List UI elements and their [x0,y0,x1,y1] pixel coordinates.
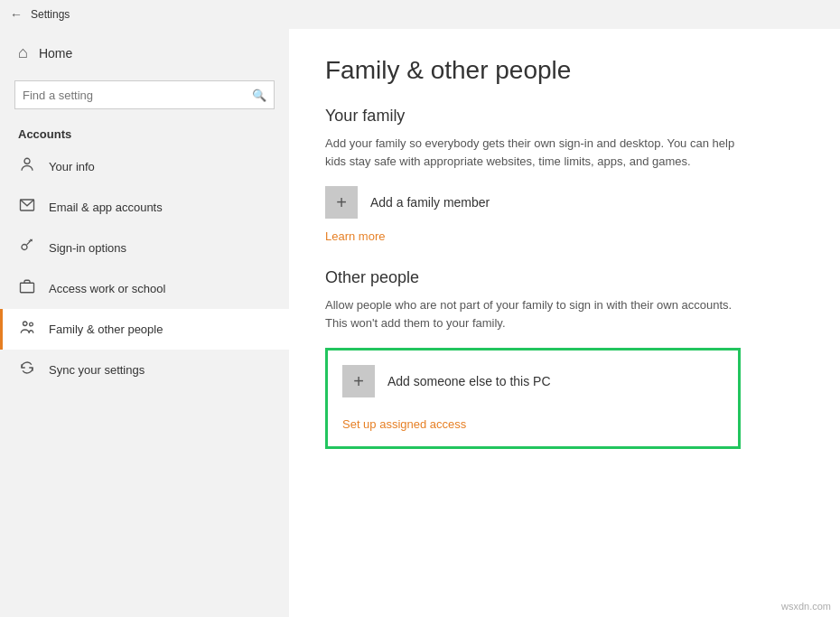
highlighted-box: + Add someone else to this PC Set up ass… [325,348,741,449]
sidebar-item-access-work[interactable]: Access work or school [0,268,289,309]
sync-label: Sync your settings [49,363,145,377]
sidebar-item-family[interactable]: Family & other people [0,309,289,350]
sidebar-item-email-app[interactable]: Email & app accounts [0,187,289,228]
sidebar-item-sync[interactable]: Sync your settings [0,350,289,390]
svg-point-0 [24,158,30,164]
your-info-label: Your info [49,160,95,173]
app-body: ⌂ Home 🔍 Accounts Your info Email & app … [0,29,840,617]
svg-point-2 [22,245,27,250]
briefcase-icon [18,278,36,299]
svg-point-5 [30,323,33,326]
svg-rect-3 [21,283,34,293]
your-family-title: Your family [325,107,804,126]
add-family-plus-icon: + [325,186,358,219]
search-box-wrap: 🔍 [0,77,289,120]
add-family-member-button[interactable]: + Add a family member [325,186,804,219]
add-someone-label: Add someone else to this PC [387,374,551,388]
learn-more-link[interactable]: Learn more [325,229,385,243]
your-family-description: Add your family so everybody gets their … [325,135,741,170]
watermark: wsxdn.com [781,601,831,612]
main-panel: Family & other people Your family Add yo… [289,29,840,617]
family-icon [18,319,36,340]
other-people-title: Other people [325,268,804,287]
search-box[interactable]: 🔍 [14,80,275,109]
back-button[interactable]: ← [9,7,23,22]
sign-in-label: Sign-in options [49,241,126,255]
other-people-description: Allow people who are not part of your fa… [325,296,741,332]
page-title: Family & other people [325,56,804,85]
search-input[interactable] [23,89,247,102]
email-app-label: Email & app accounts [49,201,163,214]
title-bar-text: Settings [31,8,70,21]
add-family-label: Add a family member [370,195,490,210]
svg-point-4 [23,322,28,326]
sidebar-item-sign-in[interactable]: Sign-in options [0,228,289,268]
sync-icon [18,360,36,380]
title-bar: ← Settings [0,0,840,29]
email-icon [18,197,36,218]
access-work-label: Access work or school [49,282,165,295]
sidebar-item-home[interactable]: ⌂ Home [0,29,289,77]
add-someone-plus-icon: + [342,365,375,397]
sidebar-home-label: Home [39,46,72,61]
add-someone-button[interactable]: + Add someone else to this PC [342,365,723,397]
accounts-section-label: Accounts [0,120,289,146]
setup-assigned-access-link[interactable]: Set up assigned access [342,417,466,431]
home-icon: ⌂ [18,43,28,62]
person-icon [18,156,36,177]
family-label: Family & other people [49,323,163,336]
search-icon: 🔍 [252,89,266,102]
sidebar: ⌂ Home 🔍 Accounts Your info Email & app … [0,29,289,617]
key-icon [18,238,36,258]
sidebar-item-your-info[interactable]: Your info [0,146,289,187]
